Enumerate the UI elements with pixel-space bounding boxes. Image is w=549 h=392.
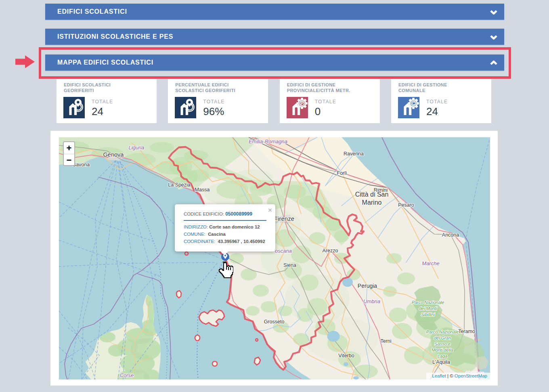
- svg-text:Massa: Massa: [195, 187, 210, 193]
- svg-text:Genova: Genova: [103, 151, 124, 158]
- svg-text:Laga: Laga: [438, 354, 447, 358]
- svg-text:L'Aquila: L'Aquila: [432, 359, 450, 365]
- svg-text:dei Monti: dei Monti: [419, 306, 437, 311]
- svg-text:Marche: Marche: [422, 260, 439, 266]
- svg-text:La Spezia: La Spezia: [168, 182, 191, 188]
- svg-text:Ancona: Ancona: [442, 232, 459, 238]
- svg-text:Forlì: Forlì: [337, 170, 347, 176]
- svg-text:Viterbo: Viterbo: [338, 353, 354, 358]
- svg-text:Grosseto: Grosseto: [264, 319, 285, 325]
- svg-text:Corse: Corse: [120, 372, 134, 378]
- svg-text:Sasso e: Sasso e: [434, 342, 451, 346]
- svg-text:Marino: Marino: [362, 199, 382, 206]
- svg-text:P: P: [300, 101, 303, 106]
- svg-text:Terni: Terni: [380, 338, 391, 344]
- svg-text:Teramo: Teramo: [458, 329, 475, 334]
- svg-text:Liguria: Liguria: [128, 145, 144, 151]
- svg-text:oscana: oscana: [275, 248, 292, 254]
- svg-text:Ravenna: Ravenna: [344, 151, 364, 157]
- svg-text:Parco Nazionale: Parco Nazionale: [412, 300, 444, 305]
- svg-text:Firenze: Firenze: [274, 215, 294, 222]
- svg-text:Città di San: Città di San: [355, 191, 389, 198]
- svg-text:del Gran: del Gran: [434, 335, 451, 340]
- svg-text:Arezzo: Arezzo: [323, 248, 338, 254]
- svg-text:Siena: Siena: [283, 262, 296, 268]
- svg-text:Umbria: Umbria: [363, 298, 380, 304]
- svg-text:Monti della: Monti della: [432, 348, 453, 352]
- svg-text:Perugia: Perugia: [358, 283, 377, 289]
- svg-text:C: C: [412, 101, 415, 106]
- svg-text:Emilia-Romagna: Emilia-Romagna: [249, 138, 287, 145]
- svg-text:Savona: Savona: [73, 162, 90, 168]
- svg-text:Sibillini: Sibillini: [421, 312, 435, 317]
- svg-text:Parco Nazionale: Parco Nazionale: [426, 329, 459, 334]
- svg-text:Pesaro: Pesaro: [398, 202, 414, 208]
